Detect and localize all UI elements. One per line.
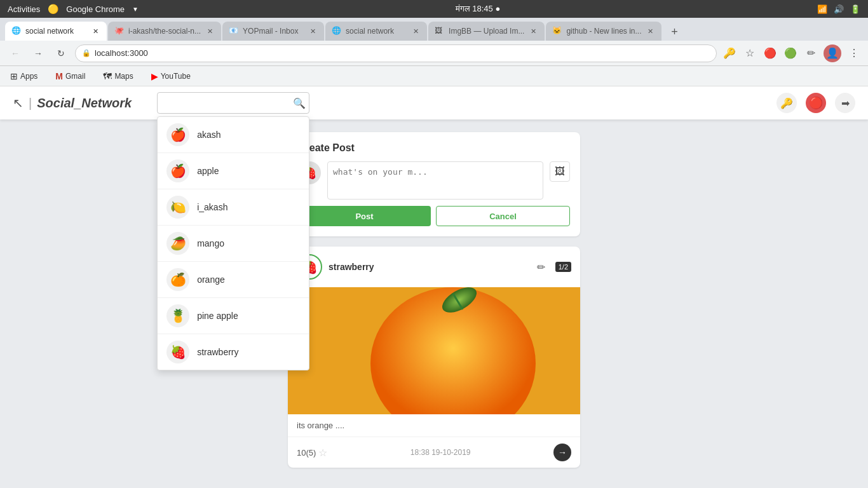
tab-github-2[interactable]: 🐱 github - New lines in... ✕ bbox=[546, 22, 661, 41]
user-avatar-header[interactable]: 🔴 bbox=[806, 93, 826, 113]
url-bar[interactable]: 🔒 localhost:3000 bbox=[75, 44, 717, 62]
tab-favicon-5: 🖼 bbox=[435, 26, 445, 36]
post-submit-button[interactable]: Post bbox=[298, 206, 431, 226]
tab-title-2: i-akash/the-social-n... bbox=[128, 27, 201, 36]
back-button[interactable]: ← bbox=[6, 44, 24, 62]
post-image-button[interactable]: 🖼 bbox=[550, 161, 570, 182]
tab-github[interactable]: 🐙 i-akash/the-social-n... ✕ bbox=[108, 22, 221, 41]
chrome-window: 🌐 social network ✕ 🐙 i-akash/the-social-… bbox=[0, 18, 868, 488]
post-likes-count: 10 bbox=[297, 448, 306, 458]
dropdown-avatar-orange: 🍊 bbox=[166, 268, 189, 291]
bookmark-gmail[interactable]: M Gmail bbox=[51, 70, 89, 83]
dropdown-item-pineapple[interactable]: 🍍 pine apple bbox=[158, 298, 309, 334]
dropdown-avatar-akash: 🍎 bbox=[166, 123, 189, 146]
bookmark-maps[interactable]: 🗺 Maps bbox=[99, 70, 137, 83]
dropdown-arrow-icon[interactable]: ▼ bbox=[132, 6, 139, 13]
forward-button[interactable]: → bbox=[29, 44, 47, 62]
dropdown-item-iakash[interactable]: 🍋 i_akash bbox=[158, 189, 309, 226]
activities-label[interactable]: Activities bbox=[8, 4, 40, 14]
dropdown-name-pineapple: pine apple bbox=[197, 311, 238, 321]
tab-title-6: github - New lines in... bbox=[566, 27, 641, 36]
dropdown-name-orange: orange bbox=[197, 274, 225, 285]
post-edit-button-1[interactable]: ✏ bbox=[532, 258, 550, 276]
tab-title-4: social network bbox=[346, 27, 407, 36]
search-input[interactable] bbox=[157, 92, 309, 114]
app-header: ↖ | Social_Network 🔍 🍎 akash 🍎 apple bbox=[0, 86, 868, 119]
header-actions: 🔑 🔴 ➡ bbox=[776, 93, 855, 113]
dropdown-item-akash[interactable]: 🍎 akash bbox=[158, 117, 309, 153]
post-action-buttons: Post Cancel bbox=[298, 206, 570, 226]
tab-title-5: ImgBB — Upload Im... bbox=[449, 27, 524, 36]
dropdown-name-mango: mango bbox=[197, 238, 224, 248]
dropdown-item-strawberry[interactable]: 🍓 strawberry bbox=[158, 334, 309, 370]
dropdown-name-iakash: i_akash bbox=[197, 202, 227, 212]
tab-close-3[interactable]: ✕ bbox=[308, 26, 318, 36]
dropdown-item-orange[interactable]: 🍊 orange bbox=[158, 262, 309, 298]
refresh-button[interactable]: ↻ bbox=[52, 44, 70, 62]
dropdown-name-apple: apple bbox=[197, 166, 219, 176]
os-clock: मंगल 18:45 ● bbox=[456, 4, 501, 14]
new-tab-button[interactable]: + bbox=[665, 23, 683, 41]
create-post-card: Create Post 🍓 🖼 Post Cancel bbox=[288, 132, 580, 236]
extension-icon-circle[interactable]: 🟢 bbox=[783, 46, 798, 61]
dropdown-item-apple[interactable]: 🍎 apple bbox=[158, 153, 309, 189]
key-action-icon[interactable]: 🔑 bbox=[776, 93, 797, 113]
tab-close-4[interactable]: ✕ bbox=[410, 26, 421, 36]
search-button[interactable]: 🔍 bbox=[293, 97, 306, 109]
tab-social-network-1[interactable]: 🌐 social network ✕ bbox=[5, 22, 107, 41]
tab-imgbb[interactable]: 🖼 ImgBB — Upload Im... ✕ bbox=[428, 22, 545, 41]
tab-favicon-1: 🌐 bbox=[11, 26, 22, 36]
create-post-input-area: 🍓 🖼 bbox=[298, 161, 570, 200]
bookmark-gmail-label: Gmail bbox=[65, 72, 85, 81]
post-comments-count: (5) bbox=[306, 448, 316, 458]
post-cancel-button[interactable]: Cancel bbox=[436, 206, 570, 226]
tab-favicon-4: 🌐 bbox=[332, 26, 342, 36]
bookmark-youtube[interactable]: ▶ YouTube bbox=[147, 70, 194, 83]
tab-yopmail[interactable]: 📧 YOPmail - Inbox ✕ bbox=[222, 22, 324, 41]
profile-icon[interactable]: 👤 bbox=[824, 44, 841, 62]
extension-icon-red[interactable]: 🔴 bbox=[763, 46, 778, 61]
post-star-button[interactable]: ☆ bbox=[318, 447, 327, 459]
tab-social-network-2[interactable]: 🌐 social network ✕ bbox=[325, 22, 427, 41]
post-username-1: strawberry bbox=[329, 262, 374, 272]
pencil-icon[interactable]: ✏ bbox=[803, 46, 818, 61]
tab-close-5[interactable]: ✕ bbox=[528, 26, 538, 36]
address-bar: ← → ↻ 🔒 localhost:3000 🔑 ☆ 🔴 🟢 ✏ 👤 ⋮ bbox=[0, 41, 868, 66]
dropdown-name-akash: akash bbox=[197, 130, 220, 140]
toolbar-icons: 🔑 ☆ 🔴 🟢 ✏ 👤 ⋮ bbox=[722, 44, 862, 62]
post-page-badge-1: 1/2 bbox=[555, 262, 571, 272]
post-textarea[interactable] bbox=[327, 161, 543, 200]
battery-icon: 🔋 bbox=[850, 4, 860, 14]
post-top-actions-1: ✏ 1/2 bbox=[532, 258, 571, 276]
wifi-icon: 📶 bbox=[817, 4, 827, 14]
os-system-icons: 📶 🔊 🔋 bbox=[817, 4, 860, 14]
bookmark-maps-label: Maps bbox=[114, 72, 133, 81]
tab-close-6[interactable]: ✕ bbox=[645, 26, 655, 36]
gmail-icon: M bbox=[55, 71, 63, 81]
post-header-1: 🍓 strawberry ✏ 1/2 bbox=[288, 247, 580, 287]
dropdown-avatar-mango: 🥭 bbox=[166, 232, 189, 255]
volume-icon: 🔊 bbox=[834, 4, 844, 14]
key-icon[interactable]: 🔑 bbox=[722, 46, 737, 61]
browser-label: Google Chrome bbox=[66, 4, 125, 14]
tab-close-1[interactable]: ✕ bbox=[90, 26, 100, 36]
logo-text: Social_Network bbox=[37, 96, 132, 111]
search-dropdown: 🍎 akash 🍎 apple 🍋 i_akash 🥭 mango bbox=[157, 116, 309, 370]
logout-icon[interactable]: ➡ bbox=[835, 93, 855, 113]
bookmark-apps[interactable]: ⊞ Apps bbox=[6, 70, 41, 83]
dropdown-item-mango[interactable]: 🥭 mango bbox=[158, 226, 309, 262]
dropdown-avatar-pineapple: 🍍 bbox=[166, 304, 189, 327]
os-topbar: Activities 🟡 Google Chrome ▼ मंगल 18:45 … bbox=[0, 0, 868, 18]
tab-favicon-3: 📧 bbox=[229, 26, 239, 36]
star-bookmark-icon[interactable]: ☆ bbox=[742, 46, 757, 61]
tab-bar: 🌐 social network ✕ 🐙 i-akash/the-social-… bbox=[0, 18, 868, 41]
post-next-button-1[interactable]: → bbox=[553, 444, 571, 461]
menu-icon[interactable]: ⋮ bbox=[846, 46, 862, 61]
bookmark-youtube-label: YouTube bbox=[161, 72, 191, 81]
tab-favicon-2: 🐙 bbox=[114, 26, 125, 36]
tab-favicon-6: 🐱 bbox=[552, 26, 562, 36]
tab-close-2[interactable]: ✕ bbox=[205, 26, 215, 36]
post-timestamp-1: 18:38 19-10-2019 bbox=[410, 448, 471, 457]
tab-title-3: YOPmail - Inbox bbox=[243, 27, 304, 36]
maps-icon: 🗺 bbox=[103, 71, 112, 81]
